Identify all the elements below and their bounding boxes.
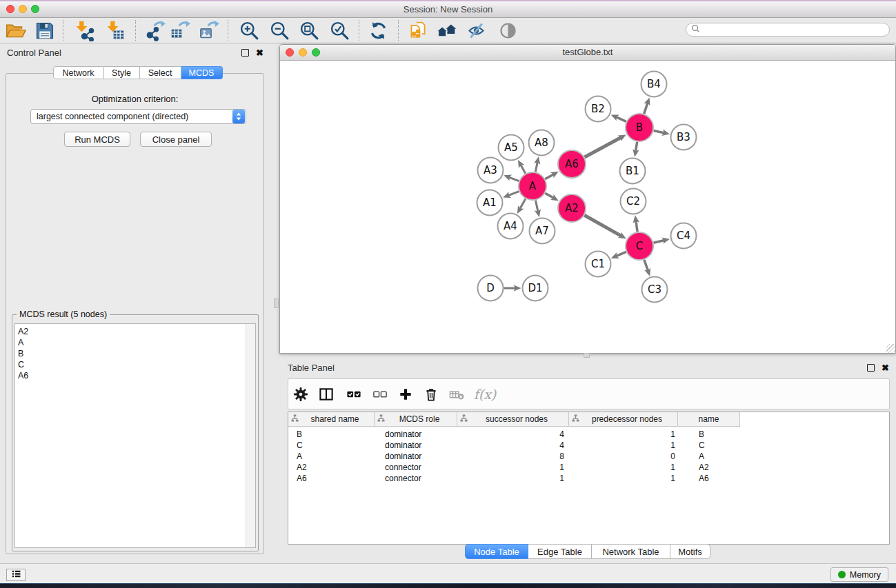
close-panel-icon[interactable]: ✖ — [256, 48, 263, 57]
edge-A-A1[interactable] — [508, 192, 519, 196]
task-history-button[interactable] — [6, 569, 26, 581]
import-network-button[interactable] — [72, 19, 95, 42]
open-session-button[interactable] — [3, 19, 27, 42]
add-button[interactable] — [398, 387, 414, 403]
cell[interactable]: dominator — [375, 429, 457, 440]
cell[interactable]: connector — [375, 462, 457, 473]
import-table-button[interactable] — [103, 19, 126, 42]
edge-B-B2[interactable] — [616, 117, 626, 122]
first-neighbors-button[interactable] — [435, 19, 458, 42]
edge-A2-C[interactable] — [584, 215, 621, 236]
edge-A-A7[interactable] — [535, 201, 538, 212]
table-row-A[interactable]: Adominator80A — [288, 451, 740, 462]
table-row-C[interactable]: Cdominator41C — [288, 440, 740, 451]
mcds-result-item[interactable]: A — [15, 337, 28, 348]
cell[interactable]: 1 — [457, 473, 569, 484]
network-from-selection-button[interactable] — [406, 19, 430, 42]
network-window-controls[interactable] — [286, 48, 320, 57]
table-float-panel-icon[interactable] — [867, 364, 875, 372]
run-mcds-button[interactable]: Run MCDS — [64, 132, 130, 147]
edge-A-A4[interactable] — [520, 199, 526, 209]
cell[interactable]: A6 — [288, 473, 375, 484]
cell[interactable]: 4 — [457, 429, 569, 440]
edge-A-A2[interactable] — [545, 193, 554, 198]
cell[interactable]: A2 — [288, 462, 375, 473]
edge-C-C4[interactable] — [653, 241, 664, 243]
cell[interactable]: A2 — [678, 462, 740, 473]
node-table[interactable]: shared nameMCDS rolesuccessor nodesprede… — [288, 412, 890, 545]
edge-A-A3[interactable] — [509, 177, 519, 181]
table-row-A2[interactable]: A2connector11A2 — [288, 462, 740, 473]
zoom-selected-button[interactable] — [328, 19, 351, 42]
network-maximize-button[interactable] — [312, 48, 320, 57]
split-pane-handle[interactable] — [584, 353, 590, 358]
tab-mcds[interactable]: MCDS — [181, 66, 223, 79]
maximize-window-button[interactable] — [31, 5, 39, 13]
edge-C-C3[interactable] — [644, 260, 648, 271]
cell[interactable]: A — [678, 451, 740, 462]
tab-motifs[interactable]: Motifs — [670, 544, 710, 559]
table-row-B[interactable]: Bdominator41B — [288, 429, 740, 440]
edge-B-B4[interactable] — [644, 103, 648, 114]
network-canvas[interactable]: B4B2BB3A5A8A6A3B1AA1C2A2A4A7C4CC1C3DD1 — [280, 61, 895, 353]
zoom-out-button[interactable] — [268, 19, 291, 42]
cell[interactable]: A — [288, 451, 375, 462]
tab-network[interactable]: Network — [53, 66, 104, 79]
zoom-fit-button[interactable] — [297, 19, 321, 42]
float-panel-icon[interactable] — [241, 49, 249, 57]
show-graphics-details-button[interactable] — [496, 19, 519, 42]
destroy-table-button[interactable] — [449, 387, 465, 403]
split-panel-button[interactable] — [319, 387, 335, 403]
edge-A-A8[interactable] — [535, 162, 537, 172]
edge-C-C2[interactable] — [636, 221, 637, 232]
edge-C-C1[interactable] — [616, 252, 626, 256]
column-header-name[interactable]: name — [678, 412, 740, 427]
cell[interactable]: B — [288, 429, 375, 440]
deselect-all-button[interactable] — [372, 387, 388, 403]
export-network-button[interactable] — [143, 19, 167, 42]
save-session-button[interactable] — [32, 19, 56, 42]
cell[interactable]: 8 — [457, 451, 569, 462]
export-image-button[interactable] — [197, 19, 221, 42]
cell[interactable]: 4 — [457, 440, 569, 451]
mcds-result-item[interactable]: B — [15, 348, 28, 359]
tab-network-table[interactable]: Network Table — [592, 544, 670, 559]
network-window-titlebar[interactable]: testGlobe.txt — [280, 45, 895, 61]
table-close-panel-icon[interactable]: ✖ — [882, 363, 889, 372]
cell[interactable]: C — [678, 440, 740, 451]
edge-B-B3[interactable] — [654, 130, 665, 132]
window-controls[interactable] — [6, 5, 39, 13]
edge-B-B1[interactable] — [635, 142, 637, 152]
function-builder-button[interactable]: f(x) — [474, 387, 497, 402]
zoom-in-button[interactable] — [237, 19, 261, 42]
tab-edge-table[interactable]: Edge Table — [528, 544, 592, 559]
table-row-A6[interactable]: A6connector11A6 — [288, 473, 740, 484]
search-field[interactable] — [686, 23, 890, 37]
edge-A6-B[interactable] — [584, 137, 621, 157]
cell[interactable]: B — [678, 429, 740, 440]
cell[interactable]: 0 — [569, 451, 678, 462]
delete-button[interactable] — [424, 387, 439, 403]
edge-A-A5[interactable] — [521, 165, 526, 174]
hide-selected-button[interactable] — [464, 19, 488, 42]
network-graph[interactable]: B4B2BB3A5A8A6A3B1AA1C2A2A4A7C4CC1C3DD1 — [280, 61, 895, 353]
column-header-MCDS-role[interactable]: MCDS role — [375, 412, 457, 427]
cell[interactable]: 1 — [569, 429, 678, 440]
close-panel-button[interactable]: Close panel — [140, 132, 212, 147]
cell[interactable]: 1 — [457, 462, 569, 473]
network-close-button[interactable] — [286, 48, 294, 57]
minimize-window-button[interactable] — [19, 5, 27, 13]
tab-node-table[interactable]: Node Table — [465, 544, 528, 559]
mcds-result-item[interactable]: C — [15, 359, 28, 370]
memory-button[interactable]: Memory — [830, 567, 888, 582]
refresh-button[interactable] — [366, 19, 390, 42]
tab-style[interactable]: Style — [104, 66, 140, 79]
search-input[interactable] — [703, 24, 889, 35]
mcds-result-list[interactable]: A2ABCA6 — [14, 323, 256, 548]
tab-select[interactable]: Select — [140, 66, 181, 79]
settings-button[interactable] — [293, 387, 309, 403]
cell[interactable]: C — [288, 440, 375, 451]
edge-A-A6[interactable] — [545, 174, 554, 179]
result-scrollbar[interactable] — [246, 324, 255, 547]
select-all-button[interactable] — [346, 387, 362, 403]
